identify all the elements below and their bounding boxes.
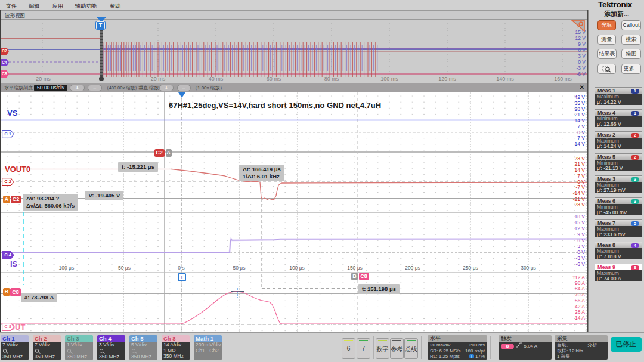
channel-badge-ch-5[interactable]: Ch 55 V/div350 MHz [129,335,157,360]
horizontal-panel[interactable]: 水平20 ms/div200 msSR: 6.25 MS/s160 ns/ptR… [428,335,487,360]
menu-item-3[interactable]: 应用 [52,2,63,10]
meas-badge-meas-1[interactable]: Meas 11Maximumμ': 14.22 V [595,87,642,105]
annotation-callout[interactable]: 67H#1,25deg,VS=14V,hard short 150ms,no G… [169,101,381,110]
zoombar-close-icon[interactable]: ✕ [580,84,584,91]
bottom-button-3[interactable]: 数字 [376,338,389,359]
acq-row3: 1 采集 [557,354,605,360]
cursor-badge-a[interactable]: A [3,196,10,203]
bottom-button-2[interactable]: 7 [357,338,370,359]
meas-badge-meas-9[interactable]: Meas 98Maximumμ': 74.00 A [595,264,642,281]
meas-body: Minimumμ': -21.13 V [595,160,642,171]
cursor-badge-top-c2[interactable]: C2 [154,149,165,157]
meas-channel-pill: 5 [631,221,639,226]
overview-trigger-slider[interactable] [100,21,103,77]
trigger-panel[interactable]: 触发8 5.04 A [499,335,552,360]
meas-header: Meas 22 [595,131,642,138]
channel-badge-ch-4[interactable]: Ch 43 V/div350 MHz [97,335,125,360]
menu-item-2[interactable]: 编辑 [29,2,39,10]
cursor-tooltip-ab: a: 73.798 A [21,293,57,302]
sidebar-button-8[interactable]: 更多... [621,64,641,74]
cursor-badge-top-a[interactable]: A [166,149,172,157]
sidebar-button-2[interactable]: Callout [621,20,641,30]
scale-label-VS: 14 V [575,117,586,123]
overview-zoom-corner-icon[interactable] [571,20,585,32]
sidebar-button-1[interactable]: 光标 [597,20,616,30]
cursor-tooltip-dv: Δv: 93.204 ?Δv/Δt: 560.06 k?/s [23,194,78,211]
scale-label-VS: 35 V [575,100,586,106]
vzoom-factor: （1.00x 缩放） [193,85,225,91]
meas-header: Meas 75 [595,219,642,226]
main-time-label: -50 μs [116,265,131,271]
scale-label-OUT: 28 A [575,309,585,315]
meas-badge-meas-7[interactable]: Meas 75Maximumμ': 233.6 mV [595,219,642,237]
h-span: 200 ms [469,342,485,348]
scale-label-VOUT0: -14 V [573,190,585,196]
meas-channel-pill: 3 [631,199,639,204]
vzoom-label: 垂直 缩放 [138,85,159,91]
meas-header: Meas 84 [595,242,642,248]
overview-scale-label: -6 V [576,71,586,77]
cursor-badge-right-b[interactable]: B [351,273,358,280]
scale-label-VOUT0: 0 V [577,179,585,185]
channel-marker-c1-label: C 1 [2,131,14,138]
hzoom-minus-button[interactable]: − [88,85,102,91]
meas-header: Meas 33 [595,175,642,182]
cursor-badge-a-c2[interactable]: C2 [11,196,21,203]
sidebar-button-4[interactable]: 搜索 [621,35,641,45]
meas-badge-meas-6[interactable]: Meas 63Minimumμ': -45.00 mV [595,197,642,215]
bottom-button-5[interactable]: 总线 [404,338,418,359]
channel-badge-ch-8[interactable]: Ch 814 A/div1 MΩ350 MHz [162,335,190,360]
tektronix-logo: Tektronix [598,0,632,9]
horizontal-panel-body: 20 ms/div200 msSR: 6.25 MS/s160 ns/ptRL:… [428,342,487,360]
meas-badge-meas-8[interactable]: Meas 84Maximumμ': 7.818 V [595,242,642,259]
overview-time-label: 160 ms [554,76,572,82]
menu-item-1[interactable]: 文件 [6,2,17,10]
overview-trigger-flag[interactable]: T [96,21,105,29]
scale-label-VS: 0 V [577,129,585,135]
overview-scale-label: 3 V [578,53,586,59]
scale-label-OUT: 42 A [575,304,585,310]
channel-badge-body: 7 V/div350 MHz [1,342,29,360]
bottom-button-4[interactable]: 参考 [390,338,404,359]
channel-badge-ch-1[interactable]: Ch 17 V/div350 MHz [1,335,29,360]
meas-body: Maximumμ': 14.24 V [595,138,642,149]
scale-label-OUT: 14 A [575,315,585,321]
main-time-label: 300 μs [521,265,536,271]
acq-row2: 取样: 12 bits [557,348,605,354]
cursor-badge-b-c8[interactable]: C8 [10,288,21,296]
hzoom-value[interactable]: 50.00 us/div [34,85,67,91]
cursor-tooltip-tb: t: 151.198 μs [358,284,400,294]
sidebar-button-3[interactable]: 测量 [597,35,616,45]
channel-badge-ch-3[interactable]: Ch 31 V/div350 MHz [65,335,93,360]
menu-item-5[interactable]: 帮助 [110,2,120,10]
vzoom-plus-button[interactable]: + [159,85,174,91]
cursor-badge-right-c8[interactable]: C8 [359,273,369,280]
channel-badge-ch-2[interactable]: Ch 27 V/div350 MHz [33,335,61,360]
acquisition-panel[interactable]: 采集自动,分析取样: 12 bits1 采集 [555,335,608,360]
run-stop-button[interactable]: 已停止 [611,337,642,352]
hzoom-plus-button[interactable]: + [70,85,85,91]
scale-label-VS: 42 V [575,94,586,100]
button-label: 参考 [391,345,403,354]
trigger-badge[interactable]: T [178,273,186,281]
sidebar-button-5[interactable]: 结果表 [597,49,617,59]
view-tab-row: 波形视图 [0,10,589,20]
sidebar-button-zoom-icon[interactable] [597,64,616,74]
menu-item-4[interactable]: 辅助功能 [75,2,97,10]
channel-badge-math-1[interactable]: Math 1200 mV/divCh1 - Ch2 [194,335,222,360]
overview-plot[interactable]: -20 ms20 ms40 ms60 ms80 ms100 ms120 ms14… [0,20,589,83]
meas-badge-meas-2[interactable]: Meas 22Maximumμ': 14.24 V [595,131,642,149]
channel-badge-row: 7 V/div [2,342,29,348]
meas-badge-meas-3[interactable]: Meas 33Maximumμ': 27.19 mV [595,175,642,193]
cursor-badge-b[interactable]: B [3,288,10,296]
bottom-button-1[interactable]: 6 [342,338,355,359]
trigger-position-icon[interactable] [178,92,185,98]
overview-time-label: 80 ms [324,76,339,82]
sidebar-button-6[interactable]: 绘图 [621,49,641,59]
vzoom-minus-button[interactable]: − [177,85,191,91]
main-waveform-view[interactable]: -100 μs-50 μs0 s50 μs100 μs150 μs200 μs2… [0,92,587,332]
meas-badge-meas-4[interactable]: Meas 41Minimumμ': 12.66 V [595,109,642,127]
meas-badge-meas-5[interactable]: Meas 52Minimumμ': -21.13 V [595,153,642,171]
meas-value: μ': 233.6 mV [597,232,642,237]
overview-time-label: 40 ms [209,76,224,82]
